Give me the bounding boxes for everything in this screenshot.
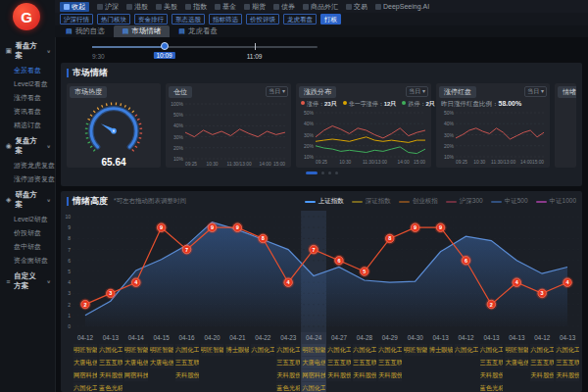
sidebar-item-盘中研盘[interactable]: 盘中研盘 bbox=[0, 240, 55, 254]
stock-name[interactable]: 明匠智能 bbox=[201, 344, 224, 356]
date-label[interactable]: 04-13 bbox=[98, 332, 123, 344]
date-label[interactable]: 04-21 bbox=[224, 332, 250, 344]
date-label[interactable]: 04-12 bbox=[454, 332, 479, 344]
date-label[interactable]: 04-13 bbox=[504, 332, 529, 344]
nav-item-沪深[interactable]: 沪深 bbox=[97, 2, 119, 12]
sidebar-item-资金面研盘[interactable]: 资金面研盘 bbox=[0, 254, 55, 268]
date-label[interactable]: 04-23 bbox=[275, 332, 301, 344]
index-legend-沪深300[interactable]: 沪深300 bbox=[446, 197, 483, 206]
date-label[interactable]: 04-22 bbox=[250, 332, 275, 344]
quick-button[interactable]: 指标筛选 bbox=[209, 14, 242, 24]
stock-name[interactable]: 六国化工 bbox=[455, 344, 478, 356]
quick-button[interactable]: 价投评级 bbox=[246, 14, 279, 24]
carousel-dot[interactable] bbox=[321, 172, 324, 174]
stock-name[interactable]: 大唐电信 bbox=[74, 357, 97, 368]
sidebar-group-自定义方案[interactable]: ≡自定义方案∨ bbox=[0, 268, 55, 294]
stock-name[interactable]: 六国化工 bbox=[327, 344, 351, 356]
date-label[interactable]: 04-15 bbox=[149, 332, 174, 344]
stock-name[interactable]: 六国化工 bbox=[480, 344, 504, 356]
sidebar-group-研盘方案[interactable]: ◈研盘方案∨ bbox=[0, 186, 55, 213]
nav-item-债券[interactable]: 债券 bbox=[273, 2, 295, 12]
nav-item-交易[interactable]: 交易 bbox=[346, 2, 368, 12]
sidebar-item-精选订盘[interactable]: 精选订盘 bbox=[0, 119, 55, 132]
stock-name[interactable]: 六国化工 bbox=[302, 382, 325, 392]
tab-我的自选[interactable]: ▤我的自选 bbox=[57, 25, 114, 37]
index-legend-深证指数[interactable]: 深证指数 bbox=[352, 197, 391, 206]
stock-name[interactable]: 天科股份 bbox=[378, 369, 402, 381]
stock-name[interactable]: 博士眼镜 bbox=[429, 344, 453, 356]
date-label[interactable]: 04-27 bbox=[326, 332, 352, 344]
stock-name[interactable]: 大唐电信 bbox=[124, 357, 148, 368]
stock-name[interactable]: 天科股份 bbox=[99, 369, 122, 381]
stock-name[interactable]: 三五互联 bbox=[556, 357, 579, 368]
sidebar-item-涨停看盘[interactable]: 涨停看盘 bbox=[0, 91, 55, 105]
nav-item-指数[interactable]: 指数 bbox=[185, 2, 207, 12]
stock-name[interactable]: 天科股份 bbox=[556, 369, 579, 381]
carousel-dot[interactable] bbox=[306, 172, 318, 174]
legend-item[interactable]: 涨停：23只 bbox=[301, 100, 337, 109]
stock-name[interactable]: 蓝色光标 bbox=[480, 382, 504, 392]
stock-name[interactable]: 天科股份 bbox=[480, 369, 504, 381]
nav-item-基金[interactable]: 基金 bbox=[215, 2, 236, 12]
stock-name[interactable]: 六国化工 bbox=[99, 344, 122, 356]
nav-item-DeepSeeing.AI[interactable]: DeepSeeing.AI bbox=[375, 3, 429, 10]
sidebar-group-看盘方案[interactable]: ▣看盘方案∨ bbox=[0, 37, 55, 64]
quick-button[interactable]: 龙虎看盘 bbox=[283, 14, 317, 24]
nav-item-商品外汇[interactable]: 商品外汇 bbox=[303, 2, 338, 12]
sidebar-item-涨停游资复盘[interactable]: 涨停游资复盘 bbox=[0, 172, 55, 186]
stock-name[interactable]: 天科股份 bbox=[175, 369, 199, 381]
sidebar-item-资讯看盘[interactable]: 资讯看盘 bbox=[0, 105, 55, 119]
app-logo[interactable]: G bbox=[13, 3, 40, 30]
slider-handle[interactable] bbox=[161, 42, 169, 50]
stock-name[interactable]: 明匠智能 bbox=[74, 344, 97, 356]
legend-item[interactable]: 非一字涨停：12只 bbox=[343, 100, 397, 109]
stock-name[interactable]: 六国化工 bbox=[530, 344, 554, 356]
stock-name[interactable]: 网宿科技 bbox=[302, 369, 325, 381]
stock-name[interactable]: 三五互联 bbox=[99, 357, 122, 368]
stock-name[interactable]: 明匠智能 bbox=[124, 344, 148, 356]
stock-name[interactable]: 六国化工 bbox=[175, 344, 199, 356]
nav-item-港股[interactable]: 港股 bbox=[126, 2, 148, 12]
stock-name[interactable]: 三五互联 bbox=[327, 357, 351, 368]
sidebar-item-全景看盘[interactable]: 全景看盘 bbox=[0, 64, 55, 77]
tab-市场情绪[interactable]: ▤市场情绪 bbox=[114, 25, 171, 37]
quick-button[interactable]: 资金排行 bbox=[134, 14, 168, 24]
index-legend-创业板指[interactable]: 创业板指 bbox=[399, 197, 438, 206]
stock-name[interactable]: 六国化工 bbox=[251, 344, 274, 356]
stock-name[interactable]: 明匠智能 bbox=[505, 344, 528, 356]
stock-name[interactable]: 大唐电信 bbox=[505, 357, 528, 368]
stock-name[interactable]: 六国化工 bbox=[353, 344, 376, 356]
stock-name[interactable]: 博士眼镜 bbox=[225, 344, 249, 356]
quick-button[interactable]: 沪深行情 bbox=[60, 14, 93, 24]
sidebar-item-Level2看盘[interactable]: Level2看盘 bbox=[0, 77, 55, 91]
legend-item[interactable]: 跌停：2只 bbox=[402, 100, 434, 109]
stock-name[interactable]: 大唐电信 bbox=[150, 357, 173, 368]
stock-name[interactable]: 六国化工 bbox=[378, 344, 402, 356]
quick-button[interactable]: 形态选股 bbox=[172, 14, 205, 24]
date-label[interactable]: 04-12 bbox=[73, 332, 98, 344]
stock-name[interactable]: 三五互联 bbox=[530, 357, 554, 368]
sidebar-item-价投研盘[interactable]: 价投研盘 bbox=[0, 226, 55, 240]
stock-name[interactable]: 蓝色光标 bbox=[99, 382, 122, 392]
stock-name[interactable]: 三五互联 bbox=[175, 357, 199, 368]
index-legend-中证500[interactable]: 中证500 bbox=[491, 197, 528, 206]
period-dropdown[interactable]: 当日 ▾ bbox=[524, 86, 547, 97]
stock-name[interactable]: 明匠智能 bbox=[302, 344, 325, 356]
date-label[interactable]: 04-24 bbox=[301, 332, 326, 344]
index-legend-中证1000[interactable]: 中证1000 bbox=[536, 197, 576, 206]
stock-name[interactable]: 六国化工 bbox=[276, 344, 300, 356]
stock-name[interactable]: 天科股份 bbox=[530, 369, 554, 381]
stock-name[interactable]: 三五互联 bbox=[353, 357, 376, 368]
date-label[interactable]: 04-28 bbox=[352, 332, 377, 344]
stock-name[interactable]: 明匠智能 bbox=[150, 344, 173, 356]
date-label[interactable]: 04-13 bbox=[428, 332, 454, 344]
nav-item-美股[interactable]: 美股 bbox=[156, 2, 177, 12]
stock-name[interactable]: 三五互联 bbox=[480, 357, 504, 368]
carousel-dot[interactable] bbox=[335, 172, 338, 174]
stock-name[interactable]: 天科股份 bbox=[327, 369, 351, 381]
sidebar-item-Level2研盘[interactable]: Level2研盘 bbox=[0, 213, 55, 226]
period-dropdown[interactable]: 当日 ▾ bbox=[406, 86, 428, 97]
stock-name[interactable]: 蓝色光标 bbox=[276, 382, 300, 392]
stock-name[interactable]: 大唐电信 bbox=[302, 357, 325, 368]
stock-name[interactable]: 网宿科技 bbox=[124, 369, 148, 381]
